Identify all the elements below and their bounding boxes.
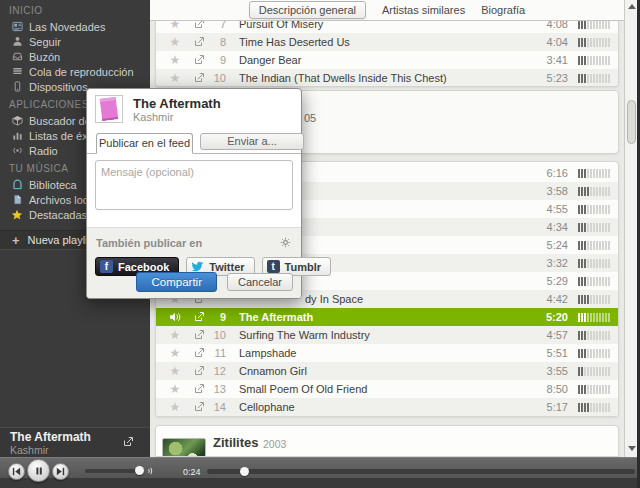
star-icon[interactable]: ★ (168, 366, 182, 376)
share-track-icon[interactable] (192, 401, 206, 413)
next-album-title[interactable]: Zitilites (213, 435, 259, 450)
inbox-icon (11, 51, 23, 63)
track-row[interactable]: ★10The Indian (That Dwells Inside This C… (156, 69, 618, 87)
track-duration: 8:50 (534, 383, 568, 395)
star-icon[interactable]: ★ (168, 73, 182, 83)
star-icon[interactable]: ★ (168, 55, 182, 65)
share-dialog: The Aftermath Kashmir Publicar en el fee… (86, 88, 302, 299)
track-row[interactable]: ★9Danger Bear3:41 (156, 51, 618, 69)
track-number: 9 (208, 311, 226, 323)
share-track-icon[interactable] (192, 21, 206, 30)
track-number: 11 (208, 347, 226, 359)
share-track-icon[interactable] (192, 329, 206, 341)
sidebar-item-label: Biblioteca (29, 179, 77, 191)
volume-handle[interactable] (135, 466, 144, 475)
cancel-button[interactable]: Cancelar (227, 273, 293, 291)
popularity-meter (578, 295, 612, 304)
popularity-meter (578, 385, 612, 394)
sidebar-item-seguir[interactable]: Seguir (0, 34, 150, 49)
track-row[interactable]: ★13Small Poem Of Old Friend8:50 (156, 380, 618, 398)
dialog-footer: También publicar en fFacebookTwittertTum… (87, 227, 301, 298)
share-track-icon[interactable] (192, 54, 206, 66)
progress-bar[interactable] (207, 469, 635, 474)
share-track-icon[interactable] (192, 383, 206, 395)
next-track-button[interactable] (52, 463, 69, 480)
service-label: Tumblr (285, 261, 321, 273)
share-track-icon[interactable] (192, 72, 206, 84)
star-icon[interactable]: ★ (168, 330, 182, 340)
tab-biograf-a[interactable]: Biografía (481, 4, 525, 16)
service-label: Facebook (118, 261, 169, 273)
share-button[interactable]: Compartir (136, 272, 216, 292)
share-track-icon[interactable] (192, 365, 206, 377)
track-row[interactable]: ★12Cnnamon Girl3:55 (156, 362, 618, 380)
track-title: Small Poem Of Old Friend (239, 383, 534, 395)
track-duration: 4:08 (534, 21, 568, 30)
star-icon[interactable]: ★ (168, 402, 182, 412)
track-row[interactable]: ★8Time Has Deserted Us4:04 (156, 33, 618, 51)
track-duration: 6:16 (534, 167, 568, 179)
star-icon[interactable]: ★ (168, 348, 182, 358)
service-label: Twitter (209, 261, 244, 273)
star-icon[interactable]: ★ (168, 384, 182, 394)
tab-enviar-a[interactable]: Enviar a... (200, 133, 304, 150)
track-duration: 5:24 (534, 239, 568, 251)
scroll-down-icon[interactable] (628, 446, 636, 451)
track-duration: 3:55 (534, 365, 568, 377)
share-message-input[interactable] (95, 160, 293, 210)
star-icon[interactable]: ★ (168, 21, 182, 29)
track-row[interactable]: ★14Cellophane5:17 (156, 398, 618, 416)
spotify-window: INICIOLas NovedadesSeguirBuzónCola de re… (0, 0, 640, 488)
charts-icon (11, 130, 23, 142)
popularity-meter (578, 331, 612, 340)
track-title: Lampshade (239, 347, 534, 359)
tab-publicar-en-el-feed[interactable]: Publicar en el feed (96, 133, 193, 154)
tab-descripci-n-general[interactable]: Descripción general (249, 1, 366, 19)
library-icon (11, 179, 23, 191)
scrollbar[interactable] (624, 0, 637, 457)
share-track-icon[interactable] (192, 311, 206, 323)
dialog-track-artist: Kashmir (133, 111, 221, 124)
progress-handle[interactable] (240, 467, 249, 476)
album-year-fragment: 05 (304, 112, 316, 124)
track-duration: 3:41 (534, 54, 568, 66)
track-title: Cnnamon Girl (239, 365, 534, 377)
next-album-thumbnail[interactable] (162, 438, 206, 457)
star-icon (11, 209, 23, 221)
gear-icon[interactable] (280, 234, 291, 252)
now-playing-speaker-icon (168, 311, 182, 324)
popularity-meter (578, 38, 612, 47)
dialog-album-thumbnail (95, 95, 123, 123)
dialog-track-title: The Aftermath (133, 97, 221, 111)
tab-artistas-similares[interactable]: Artistas similares (382, 4, 465, 16)
sidebar-item-label: Seguir (29, 36, 61, 48)
scroll-up-icon[interactable] (628, 4, 636, 9)
sidebar-section-title: INICIO (0, 0, 150, 19)
scrollbar-thumb[interactable] (627, 100, 636, 144)
star-icon[interactable]: ★ (168, 37, 182, 47)
share-icon[interactable] (122, 434, 135, 447)
sidebar-item-las-novedades[interactable]: Las Novedades (0, 19, 150, 34)
popularity-meter (578, 259, 612, 268)
track-row[interactable]: ★11Lampshade5:51 (156, 344, 618, 362)
track-row-playing[interactable]: 9The Aftermath5:20 (156, 308, 618, 326)
previous-track-button[interactable] (8, 463, 25, 480)
track-row[interactable]: ★7Pursuit Of Misery4:08 (156, 21, 618, 33)
track-number: 9 (208, 54, 226, 66)
sidebar-item-cola-de-reproducci-n[interactable]: Cola de reproducción (0, 64, 150, 79)
sidebar-item-buz-n[interactable]: Buzón (0, 49, 150, 64)
popularity-meter (578, 241, 612, 250)
track-duration: 5:29 (534, 275, 568, 287)
track-duration: 5:20 (534, 311, 568, 323)
share-track-icon[interactable] (192, 36, 206, 48)
volume-slider[interactable] (85, 469, 141, 473)
pause-button[interactable] (27, 459, 50, 482)
track-duration: 4:04 (534, 36, 568, 48)
track-duration: 5:51 (534, 347, 568, 359)
track-title: Cellophane (239, 401, 534, 413)
player-bar-lower (0, 478, 640, 488)
share-track-icon[interactable] (192, 347, 206, 359)
track-row[interactable]: ★10Surfing The Warm Industry4:57 (156, 326, 618, 344)
track-number: 10 (208, 329, 226, 341)
apps-icon (11, 115, 23, 127)
